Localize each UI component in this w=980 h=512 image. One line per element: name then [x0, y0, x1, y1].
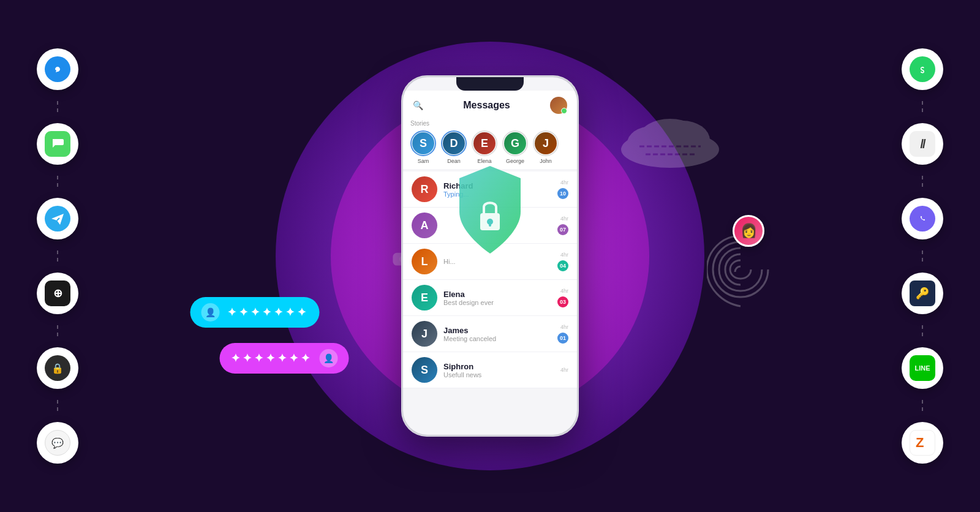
- msg-preview-james: Meeting canceled: [443, 335, 551, 342]
- user-icon-2: 👤: [320, 349, 338, 367]
- connector-1: [57, 101, 58, 112]
- security-shield: [447, 163, 533, 263]
- connector-4: [57, 325, 58, 336]
- message-item-james[interactable]: J James Meeting canceled 4hr 01: [403, 316, 577, 352]
- msg-preview-elena: Best design ever: [443, 299, 551, 306]
- story-name-sam: Sam: [418, 158, 429, 164]
- phone-frame: 🔍 Messages Stories S Sam: [401, 75, 579, 437]
- phone-notch: [456, 77, 524, 91]
- floating-avatar: 👩: [733, 215, 764, 247]
- connector-r3: [922, 250, 923, 262]
- connector-r2: [922, 176, 923, 187]
- app-icon-privacy[interactable]: 🔒: [37, 347, 78, 389]
- connector-3: [57, 250, 58, 262]
- user-icon-1: 👤: [202, 303, 220, 322]
- password-row-2: ✦✦✦✦✦✦✦ 👤: [220, 343, 349, 374]
- phone-mockup: 🔍 Messages Stories S Sam: [401, 75, 579, 437]
- app-icon-viber[interactable]: [902, 198, 943, 239]
- messages-header: 🔍 Messages: [403, 91, 577, 118]
- stories-label: Stories: [410, 120, 570, 127]
- app-icons-left: ⊕ 🔒 💬: [37, 48, 78, 464]
- connector-2: [57, 176, 58, 187]
- cloud-decoration: [615, 113, 725, 170]
- message-item-elena[interactable]: E Elena Best design ever 4hr 03: [403, 280, 577, 316]
- msg-time-richard: 4hr: [560, 179, 568, 186]
- app-icon-parallel[interactable]: //: [902, 123, 943, 165]
- connector-5: [57, 400, 58, 411]
- connector-r1: [922, 101, 923, 112]
- phone-screen: 🔍 Messages Stories S Sam: [403, 77, 577, 435]
- svg-point-13: [639, 119, 701, 156]
- messages-title: Messages: [463, 100, 510, 111]
- story-dean[interactable]: D Dean: [441, 130, 467, 164]
- stories-list: S Sam D Dean E: [410, 130, 570, 164]
- msg-badge-female1: 07: [557, 224, 568, 235]
- story-name-john: John: [540, 158, 552, 164]
- app-icon-unroll[interactable]: ⊕: [37, 273, 78, 314]
- msg-badge-richard: 10: [557, 188, 568, 199]
- svg-rect-20: [489, 222, 491, 227]
- connector-r4: [922, 325, 923, 336]
- msg-preview-siphron: Usefull news: [443, 371, 554, 378]
- app-icons-right: // 🔑 LINE Z: [902, 48, 943, 464]
- msg-name-james: James: [443, 326, 551, 335]
- msg-name-siphron: Siphron: [443, 362, 554, 371]
- password-stars-1: ✦✦✦✦✦✦✦: [227, 306, 309, 319]
- app-icon-telegram[interactable]: [37, 198, 78, 239]
- message-item-siphron[interactable]: S Siphron Usefull news 4hr: [403, 352, 577, 388]
- search-icon[interactable]: 🔍: [413, 100, 423, 110]
- msg-time-female2: 4hr: [560, 252, 568, 258]
- app-icon-imessage[interactable]: [37, 123, 78, 165]
- story-george[interactable]: G George: [502, 130, 528, 164]
- story-john[interactable]: J John: [533, 130, 559, 164]
- messaging-app: 🔍 Messages Stories S Sam: [403, 77, 577, 435]
- msg-time-siphron: 4hr: [560, 367, 568, 373]
- msg-time-james: 4hr: [560, 324, 568, 330]
- svg-text:Z: Z: [916, 435, 924, 450]
- fingerprint-decoration: [707, 236, 774, 318]
- msg-badge-female2: 04: [557, 260, 568, 271]
- profile-avatar[interactable]: [550, 97, 567, 114]
- story-sam[interactable]: S Sam: [410, 130, 436, 164]
- connector-r5: [922, 400, 923, 411]
- msg-badge-james: 01: [557, 333, 568, 344]
- password-row-1: 👤 ✦✦✦✦✦✦✦: [190, 297, 320, 328]
- msg-time-female1: 4hr: [560, 216, 568, 222]
- app-icon-whatsapp[interactable]: [902, 48, 943, 90]
- app-icon-signal[interactable]: [37, 48, 78, 90]
- password-stars-2: ✦✦✦✦✦✦✦: [231, 352, 312, 365]
- stories-section: Stories S Sam D Dean: [403, 118, 577, 169]
- msg-name-elena: Elena: [443, 290, 551, 299]
- msg-time-elena: 4hr: [560, 288, 568, 294]
- app-icon-line[interactable]: LINE: [902, 347, 943, 389]
- app-icon-zoho[interactable]: Z: [902, 422, 943, 464]
- app-icon-speeko[interactable]: 💬: [37, 422, 78, 464]
- story-elena-s[interactable]: E Elena: [472, 130, 497, 164]
- app-icon-keypass[interactable]: 🔑: [902, 273, 943, 314]
- msg-badge-elena: 03: [557, 296, 568, 307]
